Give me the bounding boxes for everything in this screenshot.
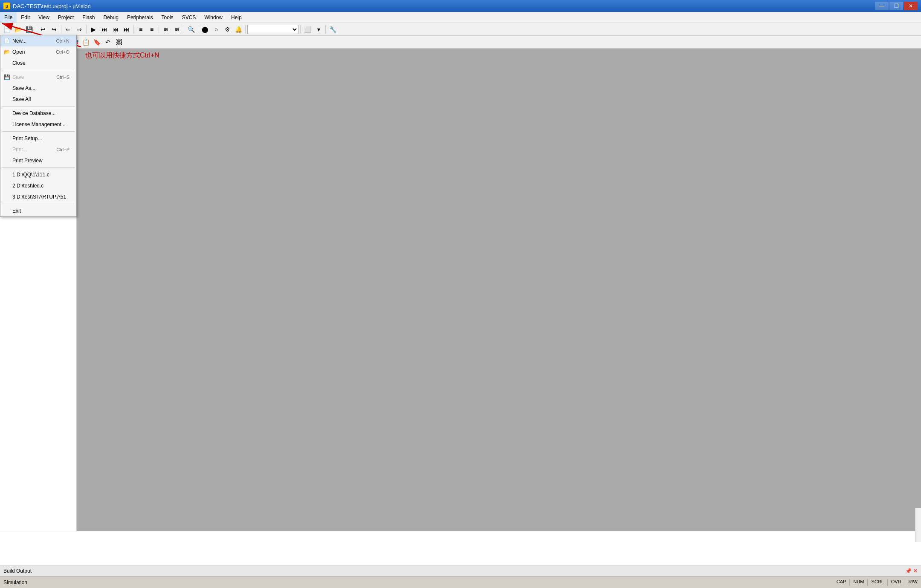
menu-item-label-save: Save (12, 74, 24, 80)
minimize-button[interactable]: — (875, 2, 889, 10)
toolbar-btn-6[interactable]: ⏭ (99, 24, 110, 35)
menu-item-device-db[interactable]: Device Database... (0, 108, 76, 119)
menu-item-recent1[interactable]: 1 D:\QQ\1\111.c (0, 169, 76, 180)
toolbar-sep-4 (133, 25, 134, 34)
toolbar-sep-8 (245, 25, 246, 34)
toolbar-sep-6 (184, 25, 184, 34)
toolbar-btn-8[interactable]: ⏭ (122, 24, 132, 35)
toolbar-dropdown[interactable] (247, 25, 298, 34)
menu-item-window[interactable]: Window (200, 12, 227, 23)
menu-item-open[interactable]: 📂OpenCtrl+O (0, 46, 76, 58)
toolbar-btn-11[interactable]: ⬤ (200, 24, 210, 35)
menu-item-print-setup[interactable]: Print Setup... (0, 133, 76, 144)
menu-item-debug[interactable]: Debug (99, 12, 123, 23)
toolbar2-btn-6[interactable]: 🖼 (114, 37, 124, 47)
build-output-pin[interactable]: 📌 (905, 568, 912, 574)
toolbar-btn-3[interactable]: ⇐ (63, 24, 73, 35)
menu-item-save: 💾SaveCtrl+S (0, 72, 76, 83)
toolbar2-btn-5[interactable]: ↶ (103, 37, 113, 47)
menu-item-help[interactable]: Help (227, 12, 246, 23)
menu-separator (2, 204, 75, 204)
menu-item-shortcut-save: Ctrl+S (56, 75, 70, 80)
menu-item-flash[interactable]: Flash (78, 12, 99, 23)
menu-item-icon-save: 💾 (3, 73, 11, 81)
menu-item-peripherals[interactable]: Peripherals (123, 12, 157, 23)
toolbar-btn-13[interactable]: ⚙ (222, 24, 232, 35)
toolbar-btn-15[interactable]: ⬜ (302, 24, 313, 35)
toolbar2-btn-4[interactable]: 🔖 (92, 37, 102, 47)
status-sep-1 (849, 579, 850, 586)
toolbar-new-btn[interactable]: 📄 (2, 24, 12, 35)
toolbar-undo-btn[interactable]: ↩ (38, 24, 48, 35)
menu-item-label-print-setup: Print Setup... (12, 135, 42, 141)
menu-item-label-exit: Exit (12, 208, 21, 214)
restore-button[interactable]: ❐ (889, 2, 903, 10)
menu-item-license[interactable]: License Management... (0, 119, 76, 130)
menu-item-tools[interactable]: Tools (157, 12, 178, 23)
menu-item-view[interactable]: View (34, 12, 54, 23)
menu-item-print: Print...Ctrl+P (0, 144, 76, 155)
toolbar-btn-9[interactable]: ≋ (161, 24, 171, 35)
toolbar-outdent-btn[interactable]: ≡ (147, 24, 157, 35)
window-title: DAC-TEST\test.uvproj - µVision (13, 3, 91, 9)
menu-item-shortcut-print: Ctrl+P (56, 147, 70, 152)
menu-item-new[interactable]: 📄New...Ctrl+N (0, 35, 76, 46)
toolbar-find-btn[interactable]: 🔍 (186, 24, 196, 35)
menu-item-recent3[interactable]: 3 D:\test\STARTUP.A51 (0, 191, 76, 202)
toolbar-btn-16[interactable]: ▾ (313, 24, 324, 35)
menu-separator (2, 70, 75, 70)
simulation-status: Simulation (3, 579, 27, 585)
menu-bar: FileEditViewProjectFlashDebugPeripherals… (0, 12, 921, 23)
toolbar2-btn-3[interactable]: 📋 (81, 37, 91, 47)
toolbar-btn-4[interactable]: ⇒ (74, 24, 84, 35)
toolbar-open-btn[interactable]: 📂 (13, 24, 23, 35)
ovr-indicator: OVR (891, 579, 901, 586)
menu-item-label-open: Open (12, 49, 25, 55)
menu-item-label-recent2: 2 D:\test\led.c (12, 183, 43, 189)
file-menu-dropdown: 📄New...Ctrl+N📂OpenCtrl+OClose💾SaveCtrl+S… (0, 35, 77, 217)
close-button[interactable]: ✕ (904, 2, 918, 10)
toolbar-main: 📄 📂 💾 ↩ ↪ ⇐ ⇒ ▶ ⏭ ⏮ ⏭ ≡ ≡ ≋ ≋ 🔍 ⬤ ○ ⚙ 🔔 … (0, 23, 921, 36)
app-icon: μ (3, 3, 10, 9)
toolbar-secondary: ▾ ✎ 🎯 📋 🔖 ↶ 🖼 (0, 36, 921, 49)
menu-separator (2, 167, 75, 168)
menu-item-icon-new: 📄 (3, 37, 11, 45)
toolbar-btn-7[interactable]: ⏮ (110, 24, 121, 35)
toolbar-sep-3 (86, 25, 87, 34)
toolbar-sep-2 (61, 25, 61, 34)
toolbar-btn-10[interactable]: ≋ (172, 24, 182, 35)
menu-item-exit[interactable]: Exit (0, 205, 76, 216)
menu-item-recent2[interactable]: 2 D:\test\led.c (0, 180, 76, 191)
menu-item-save-as[interactable]: Save As... (0, 83, 76, 94)
toolbar-config-btn[interactable]: 🔧 (327, 24, 338, 35)
toolbar-save-btn[interactable]: 💾 (24, 24, 34, 35)
menu-item-edit[interactable]: Edit (17, 12, 34, 23)
toolbar-sep-7 (198, 25, 198, 34)
build-scroll[interactable] (915, 508, 921, 542)
num-indicator: NUM (853, 579, 864, 586)
build-output-close[interactable]: ✕ (913, 568, 918, 574)
menu-item-label-license: License Management... (12, 121, 66, 127)
rw-indicator: R/W (909, 579, 918, 586)
menu-item-project[interactable]: Project (54, 12, 78, 23)
toolbar-btn-12[interactable]: ○ (211, 24, 221, 35)
window-controls: — ❐ ✕ (875, 2, 918, 10)
menu-item-save-all[interactable]: Save All (0, 94, 76, 105)
toolbar-btn-5[interactable]: ▶ (88, 24, 98, 35)
toolbar-indent-btn[interactable]: ≡ (136, 24, 146, 35)
menu-item-file[interactable]: File (0, 12, 17, 23)
menu-item-shortcut-new: Ctrl+N (56, 38, 70, 43)
toolbar-sep-5 (159, 25, 159, 34)
menu-item-close[interactable]: Close (0, 58, 76, 69)
menu-separator (2, 131, 75, 132)
toolbar-redo-btn[interactable]: ↪ (49, 24, 59, 35)
menu-item-svcs[interactable]: SVCS (178, 12, 200, 23)
status-sep-4 (905, 579, 905, 586)
status-sep-3 (887, 579, 888, 586)
title-bar: μ DAC-TEST\test.uvproj - µVision — ❐ ✕ (0, 0, 921, 12)
build-output-header: Build Output 📌 ✕ (0, 565, 921, 576)
toolbar-sep-1 (36, 25, 36, 34)
toolbar-btn-14[interactable]: 🔔 (233, 24, 243, 35)
menu-item-print-preview[interactable]: Print Preview (0, 155, 76, 166)
menu-item-label-recent1: 1 D:\QQ\1\111.c (12, 172, 49, 178)
